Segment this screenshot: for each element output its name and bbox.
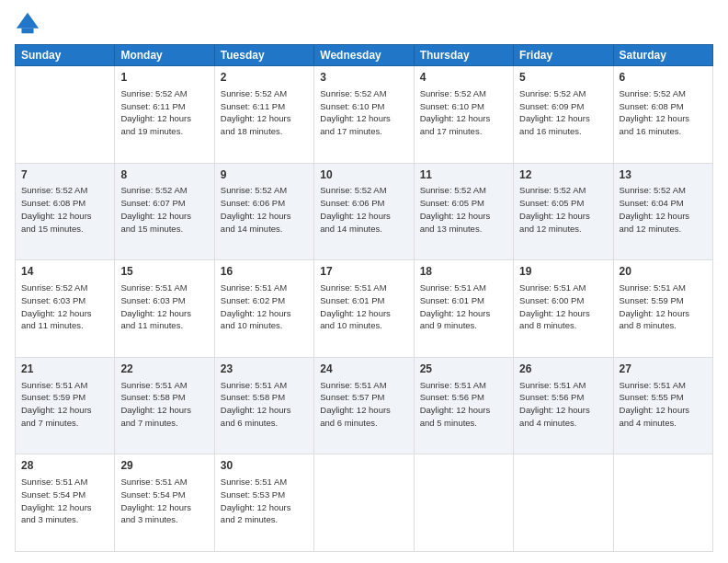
calendar-cell (414, 454, 513, 552)
day-info: Sunrise: 5:51 AM Sunset: 5:54 PM Dayligh… (120, 476, 208, 526)
calendar-cell: 26Sunrise: 5:51 AM Sunset: 5:56 PM Dayli… (514, 357, 613, 454)
calendar-cell: 4Sunrise: 5:52 AM Sunset: 6:10 PM Daylig… (414, 66, 513, 164)
day-info: Sunrise: 5:52 AM Sunset: 6:04 PM Dayligh… (620, 184, 707, 235)
day-number: 30 (221, 458, 308, 474)
day-info: Sunrise: 5:51 AM Sunset: 5:58 PM Dayligh… (221, 379, 308, 430)
day-info: Sunrise: 5:52 AM Sunset: 6:06 PM Dayligh… (221, 184, 308, 235)
calendar-cell: 25Sunrise: 5:51 AM Sunset: 5:56 PM Dayli… (414, 357, 513, 454)
day-number: 24 (320, 362, 407, 377)
day-number: 9 (221, 167, 308, 183)
calendar-cell (16, 66, 115, 164)
calendar-cell: 19Sunrise: 5:51 AM Sunset: 6:00 PM Dayli… (514, 260, 613, 358)
day-number: 23 (221, 362, 308, 377)
day-header-friday: Friday (514, 45, 613, 66)
day-number: 7 (21, 167, 108, 183)
week-row-3: 14Sunrise: 5:52 AM Sunset: 6:03 PM Dayli… (16, 260, 713, 358)
day-info: Sunrise: 5:52 AM Sunset: 6:05 PM Dayligh… (420, 184, 507, 235)
calendar-cell: 28Sunrise: 5:51 AM Sunset: 5:54 PM Dayli… (16, 454, 115, 552)
week-row-5: 28Sunrise: 5:51 AM Sunset: 5:54 PM Dayli… (16, 454, 713, 552)
week-row-1: 1Sunrise: 5:52 AM Sunset: 6:11 PM Daylig… (16, 66, 713, 164)
calendar-cell: 6Sunrise: 5:52 AM Sunset: 6:08 PM Daylig… (613, 66, 712, 164)
day-number: 14 (21, 264, 108, 280)
calendar-cell: 15Sunrise: 5:51 AM Sunset: 6:03 PM Dayli… (115, 260, 214, 358)
day-info: Sunrise: 5:52 AM Sunset: 6:03 PM Dayligh… (21, 282, 108, 332)
day-number: 2 (221, 70, 308, 86)
calendar-cell: 30Sunrise: 5:51 AM Sunset: 5:53 PM Dayli… (214, 454, 313, 552)
calendar-cell: 11Sunrise: 5:52 AM Sunset: 6:05 PM Dayli… (414, 163, 513, 260)
logo-icon (15, 11, 40, 37)
calendar-cell: 7Sunrise: 5:52 AM Sunset: 6:08 PM Daylig… (16, 163, 115, 260)
day-info: Sunrise: 5:51 AM Sunset: 5:54 PM Dayligh… (21, 476, 108, 526)
day-info: Sunrise: 5:52 AM Sunset: 6:09 PM Dayligh… (519, 87, 607, 138)
header-row: SundayMondayTuesdayWednesdayThursdayFrid… (16, 45, 713, 66)
calendar-cell: 20Sunrise: 5:51 AM Sunset: 5:59 PM Dayli… (613, 260, 712, 358)
day-info: Sunrise: 5:52 AM Sunset: 6:05 PM Dayligh… (519, 184, 607, 235)
logo (15, 11, 44, 37)
calendar-cell: 27Sunrise: 5:51 AM Sunset: 5:55 PM Dayli… (613, 357, 712, 454)
calendar-cell (314, 454, 414, 552)
day-number: 1 (120, 70, 208, 86)
calendar-cell: 17Sunrise: 5:51 AM Sunset: 6:01 PM Dayli… (314, 260, 414, 358)
day-header-tuesday: Tuesday (214, 45, 313, 66)
calendar-cell: 9Sunrise: 5:52 AM Sunset: 6:06 PM Daylig… (214, 163, 313, 260)
calendar-cell: 18Sunrise: 5:51 AM Sunset: 6:01 PM Dayli… (414, 260, 513, 358)
day-number: 26 (519, 362, 607, 377)
calendar-cell: 22Sunrise: 5:51 AM Sunset: 5:58 PM Dayli… (115, 357, 214, 454)
calendar-cell: 13Sunrise: 5:52 AM Sunset: 6:04 PM Dayli… (613, 163, 712, 260)
day-info: Sunrise: 5:51 AM Sunset: 5:57 PM Dayligh… (320, 379, 407, 430)
day-info: Sunrise: 5:52 AM Sunset: 6:10 PM Dayligh… (320, 87, 407, 138)
calendar-cell: 2Sunrise: 5:52 AM Sunset: 6:11 PM Daylig… (214, 66, 313, 164)
day-number: 13 (620, 167, 707, 183)
day-info: Sunrise: 5:52 AM Sunset: 6:08 PM Dayligh… (620, 87, 707, 138)
calendar-cell: 8Sunrise: 5:52 AM Sunset: 6:07 PM Daylig… (115, 163, 214, 260)
header (15, 11, 713, 37)
day-info: Sunrise: 5:51 AM Sunset: 5:58 PM Dayligh… (120, 379, 208, 430)
day-number: 27 (620, 362, 707, 377)
calendar-cell: 10Sunrise: 5:52 AM Sunset: 6:06 PM Dayli… (314, 163, 414, 260)
day-number: 6 (620, 70, 707, 86)
calendar-cell: 21Sunrise: 5:51 AM Sunset: 5:59 PM Dayli… (16, 357, 115, 454)
calendar-cell (613, 454, 712, 552)
calendar-page: SundayMondayTuesdayWednesdayThursdayFrid… (0, 0, 728, 563)
day-number: 25 (420, 362, 507, 377)
day-info: Sunrise: 5:51 AM Sunset: 5:56 PM Dayligh… (420, 379, 507, 430)
day-number: 3 (320, 70, 407, 86)
day-number: 11 (420, 167, 507, 183)
svg-marker-0 (17, 13, 39, 29)
calendar-cell: 16Sunrise: 5:51 AM Sunset: 6:02 PM Dayli… (214, 260, 313, 358)
day-info: Sunrise: 5:51 AM Sunset: 6:01 PM Dayligh… (320, 282, 407, 332)
day-info: Sunrise: 5:51 AM Sunset: 5:59 PM Dayligh… (21, 379, 108, 430)
day-info: Sunrise: 5:51 AM Sunset: 6:00 PM Dayligh… (519, 282, 607, 332)
day-number: 18 (420, 264, 507, 280)
calendar-table: SundayMondayTuesdayWednesdayThursdayFrid… (15, 44, 713, 552)
day-info: Sunrise: 5:51 AM Sunset: 6:03 PM Dayligh… (120, 282, 208, 332)
day-number: 22 (120, 362, 208, 377)
calendar-cell: 14Sunrise: 5:52 AM Sunset: 6:03 PM Dayli… (16, 260, 115, 358)
day-info: Sunrise: 5:52 AM Sunset: 6:11 PM Dayligh… (120, 87, 208, 138)
day-number: 15 (120, 264, 208, 280)
calendar-cell: 1Sunrise: 5:52 AM Sunset: 6:11 PM Daylig… (115, 66, 214, 164)
day-number: 28 (21, 458, 108, 474)
week-row-2: 7Sunrise: 5:52 AM Sunset: 6:08 PM Daylig… (16, 163, 713, 260)
calendar-cell: 5Sunrise: 5:52 AM Sunset: 6:09 PM Daylig… (514, 66, 613, 164)
day-info: Sunrise: 5:51 AM Sunset: 5:55 PM Dayligh… (620, 379, 707, 430)
day-number: 21 (21, 362, 108, 377)
calendar-cell: 12Sunrise: 5:52 AM Sunset: 6:05 PM Dayli… (514, 163, 613, 260)
day-number: 10 (320, 167, 407, 183)
day-header-saturday: Saturday (613, 45, 712, 66)
calendar-cell (514, 454, 613, 552)
day-number: 16 (221, 264, 308, 280)
day-number: 29 (120, 458, 208, 474)
day-info: Sunrise: 5:52 AM Sunset: 6:11 PM Dayligh… (221, 87, 308, 138)
day-header-sunday: Sunday (16, 45, 115, 66)
day-info: Sunrise: 5:52 AM Sunset: 6:10 PM Dayligh… (420, 87, 507, 138)
calendar-cell: 24Sunrise: 5:51 AM Sunset: 5:57 PM Dayli… (314, 357, 414, 454)
day-header-wednesday: Wednesday (314, 45, 414, 66)
day-number: 5 (519, 70, 607, 86)
day-number: 19 (519, 264, 607, 280)
day-number: 12 (519, 167, 607, 183)
day-info: Sunrise: 5:51 AM Sunset: 6:01 PM Dayligh… (420, 282, 507, 332)
calendar-cell: 3Sunrise: 5:52 AM Sunset: 6:10 PM Daylig… (314, 66, 414, 164)
day-info: Sunrise: 5:52 AM Sunset: 6:07 PM Dayligh… (120, 184, 208, 235)
day-info: Sunrise: 5:51 AM Sunset: 6:02 PM Dayligh… (221, 282, 308, 332)
